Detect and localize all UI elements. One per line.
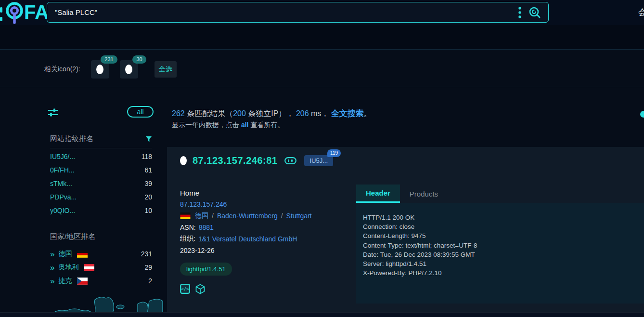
separator: / xyxy=(281,212,283,220)
http-header-line: HTTP/1.1 200 OK xyxy=(363,213,637,222)
result-details: Home 87.123.157.246 德国 / Baden-Wurttembe… xyxy=(180,187,344,294)
view-source-icon[interactable]: </> xyxy=(180,284,190,294)
fingerprint-link[interactable]: PDPva... xyxy=(50,193,77,201)
http-header-line: Content-Length: 9475 xyxy=(363,231,637,240)
divider xyxy=(50,148,152,148)
http-header-line: Server: lighttpd/1.4.51 xyxy=(363,259,637,268)
top-bar: FA 会 xyxy=(0,0,644,25)
fingerprint-link[interactable]: y0QIO... xyxy=(50,207,75,214)
country-link[interactable]: 奥地利 xyxy=(58,263,78,272)
divider xyxy=(0,312,644,317)
fingerprint-ranking-section: 网站指纹排名 IU5J6/... 118 0F/FH... 61 sTMk...… xyxy=(50,134,152,217)
logo-text: FA xyxy=(24,2,49,22)
funnel-filter-icon[interactable] xyxy=(145,136,152,143)
fingerprint-link[interactable]: IU5J6/... xyxy=(50,153,75,160)
favicon-image xyxy=(125,65,132,74)
favicon-count-badge: 231 xyxy=(101,55,117,64)
country-count: 29 xyxy=(144,264,152,271)
country-link[interactable]: 德国 xyxy=(58,250,72,258)
org-link[interactable]: 1&1 Versatel Deutschland GmbH xyxy=(198,235,297,243)
fofa-logo[interactable]: FA xyxy=(0,0,46,25)
austria-flag-icon xyxy=(84,264,94,271)
search-icon[interactable] xyxy=(528,6,541,19)
stats-text: 条独立IP）， xyxy=(246,109,296,118)
more-options-icon[interactable] xyxy=(518,6,521,19)
org-label: 组织: xyxy=(180,235,195,243)
related-icon-band: 相关icon(2): 231 30 全选 xyxy=(0,50,644,87)
country-row-austria[interactable]: » 奥地利 29 xyxy=(50,261,152,274)
result-card-header: 87.123.157.246:81 IU5J... 119 xyxy=(167,147,644,174)
fingerprint-row: y0QIO... 10 xyxy=(50,204,152,217)
country-link[interactable]: 捷克 xyxy=(58,277,72,285)
partial-menu-text[interactable]: 会 xyxy=(638,7,644,18)
all-link[interactable]: all xyxy=(241,121,249,129)
country-ranking-title: 国家/地区排名 xyxy=(50,232,95,241)
country-ranking-section: 国家/地区排名 » 德国 231 » 奥地利 29 » 捷克 xyxy=(50,232,152,288)
separator: / xyxy=(212,212,214,220)
fingerprint-count: 10 xyxy=(144,207,152,214)
http-header-line: Date: Tue, 26 Dec 2023 08:39:55 GMT xyxy=(363,250,637,259)
favicon-filter-2[interactable]: 30 xyxy=(120,60,138,79)
site-title: Home xyxy=(180,187,344,198)
fingerprint-count: 61 xyxy=(144,166,152,174)
select-all-button[interactable]: 全选 xyxy=(155,61,177,78)
stats-text: 。 xyxy=(364,109,372,118)
results-stats-line: 262 条匹配结果（200 条独立IP）， 206 ms， 全文搜索。 xyxy=(172,108,372,119)
fulltext-search-link[interactable]: 全文搜索 xyxy=(331,109,364,118)
result-date: 2023-12-26 xyxy=(180,245,344,256)
svg-text:</>: </> xyxy=(181,287,189,291)
tab-products[interactable]: Products xyxy=(400,185,448,203)
magnifier-o-icon xyxy=(4,1,26,24)
server-tag[interactable]: lighttpd/1.4.51 xyxy=(180,263,232,276)
favicon-filter-1[interactable]: 231 xyxy=(91,60,109,79)
city-link[interactable]: Stuttgart xyxy=(286,212,312,220)
note-text: 查看所有。 xyxy=(248,121,284,129)
region-link[interactable]: Baden-Wurttemberg xyxy=(217,212,278,220)
floating-action-dot[interactable] xyxy=(640,111,644,118)
link-chain-icon[interactable] xyxy=(284,157,296,164)
elapsed-ms: 206 xyxy=(296,109,309,118)
product-cube-icon[interactable] xyxy=(195,284,206,294)
czech-flag-icon xyxy=(77,277,88,285)
note-text: 显示一年内数据，点击 xyxy=(172,121,241,129)
chevron-double-icon: » xyxy=(50,250,53,258)
stats-text: ms， xyxy=(309,109,331,118)
sub-band xyxy=(0,25,644,50)
all-filter-button[interactable]: all xyxy=(127,106,154,118)
fingerprint-link[interactable]: 0F/FH... xyxy=(50,166,75,174)
favicon-count-badge: 30 xyxy=(132,55,146,64)
country-row-czech[interactable]: » 捷克 2 xyxy=(50,274,152,288)
country-count: 2 xyxy=(148,277,152,285)
search-input[interactable] xyxy=(47,2,518,22)
search-bar xyxy=(47,2,549,23)
fingerprint-row: IU5J6/... 118 xyxy=(50,150,152,163)
germany-flag-icon xyxy=(180,212,191,219)
chevron-double-icon: » xyxy=(50,264,53,272)
fingerprint-tag-label: IU5J... xyxy=(309,157,328,164)
fingerprint-row: 0F/FH... 61 xyxy=(50,163,152,177)
filters-icon[interactable] xyxy=(48,108,58,117)
tab-header[interactable]: Header xyxy=(356,185,400,203)
country-link[interactable]: 德国 xyxy=(195,211,208,220)
search-actions xyxy=(518,6,548,19)
fingerprint-row: sTMk... 39 xyxy=(50,177,152,190)
asn-label: ASN: xyxy=(180,224,196,231)
http-header-panel[interactable]: HTTP/1.1 200 OK Connection: close Conten… xyxy=(356,203,644,304)
ip-link[interactable]: 87.123.157.246 xyxy=(180,200,227,208)
fingerprint-tag[interactable]: IU5J... 119 xyxy=(304,155,333,166)
country-row-germany[interactable]: » 德国 231 xyxy=(50,247,152,261)
result-action-icons: </> xyxy=(180,284,344,294)
fingerprint-ranking-title: 网站指纹排名 xyxy=(50,134,93,144)
http-header-line: Content-Type: text/html; charset=UTF-8 xyxy=(363,241,637,250)
related-icon-label: 相关icon(2): xyxy=(44,65,80,74)
fingerprint-link[interactable]: sTMk... xyxy=(50,180,72,187)
fingerprint-row: PDPva... 20 xyxy=(50,190,152,204)
detail-tabs: Header Products xyxy=(356,185,644,203)
germany-flag-icon xyxy=(77,251,88,258)
favicon-image xyxy=(96,65,103,74)
result-ip-port-link[interactable]: 87.123.157.246:81 xyxy=(193,155,277,166)
unique-ip-count: 200 xyxy=(233,109,246,118)
result-detail-panel: Header Products HTTP/1.1 200 OK Connecti… xyxy=(356,185,644,304)
http-header-line: X-Powered-By: PHP/7.2.10 xyxy=(363,268,637,277)
asn-link[interactable]: 8881 xyxy=(199,224,214,231)
